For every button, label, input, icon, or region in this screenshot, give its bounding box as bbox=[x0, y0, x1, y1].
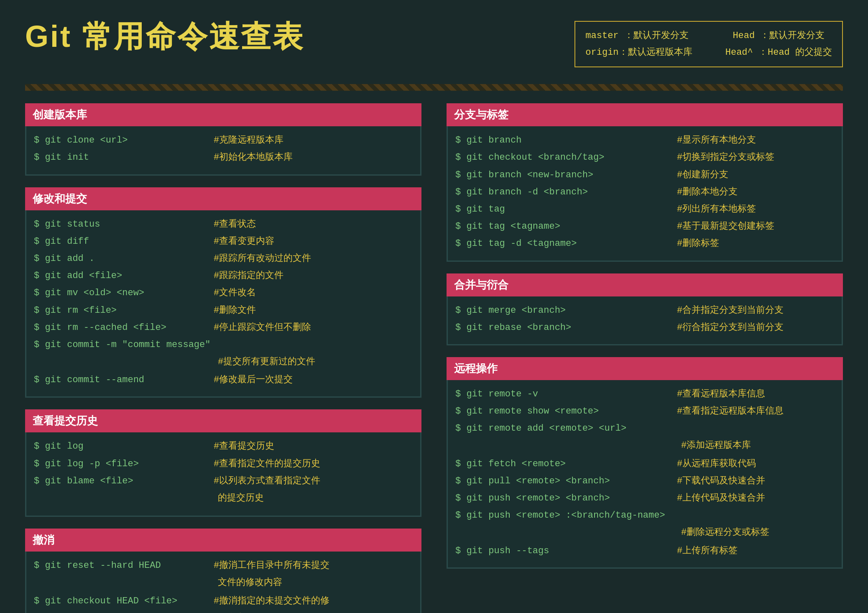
cmd-tag-d-text: $ git tag -d <tagname> bbox=[455, 236, 673, 251]
cmd-branch-d: $ git branch -d <branch> #删除本地分支 bbox=[455, 185, 834, 199]
legend-headcaret-key: Head^ bbox=[725, 47, 758, 58]
cmd-branch-new-comment: #创建新分支 bbox=[677, 168, 728, 182]
cmd-status-comment: #查看状态 bbox=[214, 217, 256, 232]
section-modify-commit: 修改和提交 $ git status #查看状态 $ git diff #查看变… bbox=[25, 187, 421, 398]
section-view-history: 查看提交历史 $ git log #查看提交历史 $ git log -p <f… bbox=[25, 409, 421, 517]
cmd-fetch: $ git fetch <remote> #从远程库获取代码 bbox=[455, 457, 834, 471]
left-column: 创建版本库 $ git clone <url> #克隆远程版本库 $ git i… bbox=[25, 103, 421, 613]
cmd-log-p: $ git log -p <file> #查看指定文件的提交历史 bbox=[34, 457, 413, 471]
cmd-add-file: $ git add <file> #跟踪指定的文件 bbox=[34, 268, 413, 283]
cmd-clone: $ git clone <url> #克隆远程版本库 bbox=[34, 133, 413, 148]
section-undo-body: $ git reset --hard HEAD #撤消工作目录中所有未提交 文件… bbox=[25, 552, 421, 613]
cmd-add-file-text: $ git add <file> bbox=[34, 268, 209, 283]
legend-head-key: Head bbox=[733, 31, 760, 41]
cmd-checkout-head-text: $ git checkout HEAD <file> bbox=[34, 594, 209, 608]
cmd-commit-m-comment-row: #提交所有更新过的文件 bbox=[34, 355, 413, 369]
cmd-mv: $ git mv <old> <new> #文件改名 bbox=[34, 286, 413, 300]
cmd-checkout-branch-text: $ git checkout <branch/tag> bbox=[455, 150, 673, 165]
cmd-rm: $ git rm <file> #删除文件 bbox=[34, 303, 413, 318]
page-title: Git 常用命令速查表 bbox=[25, 17, 304, 57]
legend-headcaret-sep: ： bbox=[758, 47, 768, 58]
cmd-log-p-text: $ git log -p <file> bbox=[34, 457, 209, 471]
cmd-commit-amend-text: $ git commit --amend bbox=[34, 373, 209, 387]
cmd-remote-add-comment: #添加远程版本库 bbox=[681, 438, 751, 453]
cmd-pull-comment: #下载代码及快速合并 bbox=[677, 474, 765, 488]
cmd-branch-d-comment: #删除本地分支 bbox=[677, 185, 738, 199]
cmd-blame-text: $ git blame <file> bbox=[34, 474, 209, 488]
cmd-remote-show-comment: #查看指定远程版本库信息 bbox=[677, 404, 784, 419]
legend-origin-sep: ： bbox=[619, 47, 628, 58]
cmd-checkout-head-block: $ git checkout HEAD <file> #撤消指定的未提交文件的修… bbox=[34, 594, 413, 613]
legend-origin-key: origin bbox=[585, 47, 618, 58]
legend-head-val: 默认开发分支 bbox=[769, 31, 825, 41]
cmd-remote-add-comment-row: #添加远程版本库 bbox=[455, 438, 834, 453]
header: Git 常用命令速查表 master ：默认开发分支 Head ：默认开发分支 … bbox=[25, 17, 843, 67]
cmd-add-dot-text: $ git add . bbox=[34, 251, 209, 266]
section-branch-tag-body: $ git branch #显示所有本地分支 $ git checkout <b… bbox=[447, 126, 843, 261]
cmd-remote-add-text: $ git remote add <remote> <url> bbox=[455, 421, 673, 436]
section-create-repo-body: $ git clone <url> #克隆远程版本库 $ git init #初… bbox=[25, 126, 421, 175]
cmd-diff-comment: #查看变更内容 bbox=[214, 234, 274, 249]
cmd-remote-v-text: $ git remote -v bbox=[455, 387, 673, 401]
cmd-reset: $ git reset --hard HEAD #撤消工作目录中所有未提交 bbox=[34, 558, 413, 573]
cmd-diff-text: $ git diff bbox=[34, 234, 209, 249]
cmd-log-text: $ git log bbox=[34, 439, 209, 454]
cmd-push-tags: $ git push --tags #上传所有标签 bbox=[455, 544, 834, 558]
cmd-init-text: $ git init bbox=[34, 150, 209, 165]
cmd-rm-cached-comment: #停止跟踪文件但不删除 bbox=[214, 320, 311, 335]
cmd-status: $ git status #查看状态 bbox=[34, 217, 413, 232]
legend-master-sep: ： bbox=[624, 31, 633, 41]
legend-headcaret-val: Head 的父提交 bbox=[768, 47, 832, 58]
cmd-remote-add-block: $ git remote add <remote> <url> #添加远程版本库 bbox=[455, 421, 834, 453]
cmd-checkout-branch: $ git checkout <branch/tag> #切换到指定分支或标签 bbox=[455, 150, 834, 165]
section-undo-title: 撤消 bbox=[25, 529, 421, 552]
cmd-mv-comment: #文件改名 bbox=[214, 286, 256, 300]
cmd-push: $ git push <remote> <branch> #上传代码及快速合并 bbox=[455, 491, 834, 506]
section-merge-rebase: 合并与衍合 $ git merge <branch> #合并指定分支到当前分支 … bbox=[447, 273, 843, 345]
cmd-clone-text: $ git clone <url> bbox=[34, 133, 209, 148]
cmd-reset-comment2-row: 文件的修改内容 bbox=[34, 575, 413, 590]
cmd-merge-comment: #合并指定分支到当前分支 bbox=[677, 303, 784, 318]
cmd-blame-comment2: 的提交历史 bbox=[218, 491, 264, 506]
section-remote: 远程操作 $ git remote -v #查看远程版本库信息 $ git re… bbox=[447, 357, 843, 569]
cmd-status-text: $ git status bbox=[34, 217, 209, 232]
cmd-checkout-head: $ git checkout HEAD <file> #撤消指定的未提交文件的修 bbox=[34, 594, 413, 608]
section-modify-commit-body: $ git status #查看状态 $ git diff #查看变更内容 $ … bbox=[25, 210, 421, 398]
cmd-commit-amend: $ git commit --amend #修改最后一次提交 bbox=[34, 373, 413, 387]
cmd-remote-add: $ git remote add <remote> <url> bbox=[455, 421, 834, 436]
cmd-rm-cached-text: $ git rm --cached <file> bbox=[34, 320, 209, 335]
cmd-init: $ git init #初始化本地版本库 bbox=[34, 150, 413, 165]
section-view-history-body: $ git log #查看提交历史 $ git log -p <file> #查… bbox=[25, 432, 421, 517]
section-remote-body: $ git remote -v #查看远程版本库信息 $ git remote … bbox=[447, 380, 843, 569]
cmd-pull: $ git pull <remote> <branch> #下载代码及快速合并 bbox=[455, 474, 834, 488]
cmd-checkout-branch-comment: #切换到指定分支或标签 bbox=[677, 150, 774, 165]
cmd-tag-d-comment: #删除标签 bbox=[677, 236, 719, 251]
cmd-init-comment: #初始化本地版本库 bbox=[214, 150, 293, 165]
section-undo: 撤消 $ git reset --hard HEAD #撤消工作目录中所有未提交… bbox=[25, 529, 421, 613]
section-branch-tag: 分支与标签 $ git branch #显示所有本地分支 $ git check… bbox=[447, 103, 843, 261]
legend-origin-val: 默认远程版本库 bbox=[628, 47, 692, 58]
cmd-commit-m-block: $ git commit -m "commit message" #提交所有更新… bbox=[34, 337, 413, 369]
cmd-remote-v: $ git remote -v #查看远程版本库信息 bbox=[455, 387, 834, 401]
cmd-push-tags-comment: #上传所有标签 bbox=[677, 544, 738, 558]
cmd-rm-comment: #删除文件 bbox=[214, 303, 256, 318]
cmd-diff: $ git diff #查看变更内容 bbox=[34, 234, 413, 249]
cmd-push-delete-comment: #删除远程分支或标签 bbox=[681, 525, 769, 540]
cmd-log: $ git log #查看提交历史 bbox=[34, 439, 413, 454]
cmd-mv-text: $ git mv <old> <new> bbox=[34, 286, 209, 300]
cmd-log-p-comment: #查看指定文件的提交历史 bbox=[214, 457, 320, 471]
cmd-fetch-text: $ git fetch <remote> bbox=[455, 457, 673, 471]
cmd-rebase-text: $ git rebase <branch> bbox=[455, 320, 673, 335]
cmd-reset-comment: #撤消工作目录中所有未提交 bbox=[214, 558, 329, 573]
cmd-blame-block: $ git blame <file> #以列表方式查看指定文件 的提交历史 bbox=[34, 474, 413, 506]
cmd-tag: $ git tag #列出所有本地标签 bbox=[455, 202, 834, 217]
cmd-add-dot-comment: #跟踪所有改动过的文件 bbox=[214, 251, 311, 266]
cmd-rebase-comment: #衍合指定分支到当前分支 bbox=[677, 320, 784, 335]
cmd-fetch-comment: #从远程库获取代码 bbox=[677, 457, 756, 471]
cmd-tag-text: $ git tag bbox=[455, 202, 673, 217]
legend-box: master ：默认开发分支 Head ：默认开发分支 origin：默认远程版… bbox=[574, 21, 843, 67]
cmd-push-delete: $ git push <remote> :<branch/tag-name> bbox=[455, 508, 834, 523]
legend-master-val: 默认开发分支 bbox=[633, 31, 689, 41]
section-merge-rebase-body: $ git merge <branch> #合并指定分支到当前分支 $ git … bbox=[447, 296, 843, 345]
cmd-log-comment: #查看提交历史 bbox=[214, 439, 274, 454]
